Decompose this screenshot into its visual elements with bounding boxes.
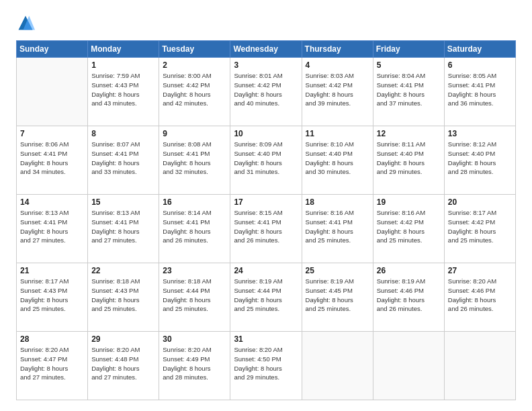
calendar-cell — [302, 332, 373, 400]
logo — [16, 13, 38, 32]
sun-info: Sunrise: 8:00 AMSunset: 4:42 PMDaylight:… — [163, 71, 226, 108]
weekday-header: Thursday — [302, 41, 373, 58]
sun-info: Sunrise: 8:18 AMSunset: 4:44 PMDaylight:… — [163, 277, 226, 314]
calendar-cell — [17, 58, 88, 126]
calendar-cell: 19Sunrise: 8:16 AMSunset: 4:42 PMDayligh… — [373, 195, 444, 263]
day-number: 28 — [20, 334, 84, 344]
calendar-cell: 14Sunrise: 8:13 AMSunset: 4:41 PMDayligh… — [17, 195, 88, 263]
calendar-cell: 29Sunrise: 8:20 AMSunset: 4:48 PMDayligh… — [88, 332, 159, 400]
day-number: 26 — [377, 266, 441, 275]
calendar-cell: 6Sunrise: 8:05 AMSunset: 4:41 PMDaylight… — [444, 58, 515, 126]
sun-info: Sunrise: 8:19 AMSunset: 4:44 PMDaylight:… — [234, 277, 298, 314]
day-number: 11 — [306, 129, 369, 138]
day-number: 13 — [448, 129, 512, 138]
calendar-cell: 12Sunrise: 8:11 AMSunset: 4:40 PMDayligh… — [373, 126, 444, 195]
sun-info: Sunrise: 8:11 AMSunset: 4:40 PMDaylight:… — [377, 140, 441, 177]
calendar-cell: 16Sunrise: 8:14 AMSunset: 4:41 PMDayligh… — [159, 195, 230, 263]
day-number: 14 — [20, 197, 84, 207]
sun-info: Sunrise: 8:19 AMSunset: 4:46 PMDaylight:… — [377, 277, 441, 314]
sun-info: Sunrise: 8:19 AMSunset: 4:45 PMDaylight:… — [306, 277, 369, 314]
sun-info: Sunrise: 8:20 AMSunset: 4:48 PMDaylight:… — [91, 345, 155, 382]
day-number: 30 — [163, 334, 226, 344]
logo-icon — [16, 13, 35, 32]
day-number: 7 — [20, 129, 84, 138]
calendar-cell: 18Sunrise: 8:16 AMSunset: 4:41 PMDayligh… — [302, 195, 373, 263]
sun-info: Sunrise: 8:20 AMSunset: 4:50 PMDaylight:… — [234, 345, 298, 382]
day-number: 15 — [91, 197, 155, 207]
day-number: 20 — [448, 197, 512, 207]
sun-info: Sunrise: 8:14 AMSunset: 4:41 PMDaylight:… — [163, 208, 226, 245]
day-number: 29 — [91, 334, 155, 344]
day-number: 16 — [163, 197, 226, 207]
calendar-cell: 10Sunrise: 8:09 AMSunset: 4:40 PMDayligh… — [230, 126, 302, 195]
calendar-cell: 4Sunrise: 8:03 AMSunset: 4:42 PMDaylight… — [302, 58, 373, 126]
sun-info: Sunrise: 8:20 AMSunset: 4:49 PMDaylight:… — [163, 345, 226, 382]
calendar-week-row: 1Sunrise: 7:59 AMSunset: 4:43 PMDaylight… — [17, 58, 516, 126]
day-number: 31 — [234, 334, 298, 344]
day-number: 9 — [163, 129, 226, 138]
sun-info: Sunrise: 8:17 AMSunset: 4:42 PMDaylight:… — [448, 208, 512, 245]
day-number: 18 — [306, 197, 369, 207]
sun-info: Sunrise: 8:03 AMSunset: 4:42 PMDaylight:… — [306, 71, 369, 108]
sun-info: Sunrise: 8:09 AMSunset: 4:40 PMDaylight:… — [234, 140, 298, 177]
sun-info: Sunrise: 8:05 AMSunset: 4:41 PMDaylight:… — [448, 71, 512, 108]
calendar-cell: 3Sunrise: 8:01 AMSunset: 4:42 PMDaylight… — [230, 58, 302, 126]
calendar-cell: 2Sunrise: 8:00 AMSunset: 4:42 PMDaylight… — [159, 58, 230, 126]
calendar-cell: 8Sunrise: 8:07 AMSunset: 4:41 PMDaylight… — [88, 126, 159, 195]
day-number: 27 — [448, 266, 512, 275]
day-number: 21 — [20, 266, 84, 275]
day-number: 8 — [91, 129, 155, 138]
calendar-cell: 7Sunrise: 8:06 AMSunset: 4:41 PMDaylight… — [17, 126, 88, 195]
sun-info: Sunrise: 8:06 AMSunset: 4:41 PMDaylight:… — [20, 140, 84, 177]
calendar-cell: 27Sunrise: 8:20 AMSunset: 4:46 PMDayligh… — [444, 263, 515, 332]
sun-info: Sunrise: 8:17 AMSunset: 4:43 PMDaylight:… — [20, 277, 84, 314]
day-number: 6 — [448, 60, 512, 70]
calendar-cell: 15Sunrise: 8:13 AMSunset: 4:41 PMDayligh… — [88, 195, 159, 263]
sun-info: Sunrise: 8:20 AMSunset: 4:46 PMDaylight:… — [448, 277, 512, 314]
day-number: 1 — [91, 60, 155, 70]
calendar-cell: 5Sunrise: 8:04 AMSunset: 4:41 PMDaylight… — [373, 58, 444, 126]
calendar-cell: 28Sunrise: 8:20 AMSunset: 4:47 PMDayligh… — [17, 332, 88, 400]
day-number: 19 — [377, 197, 441, 207]
calendar-cell: 20Sunrise: 8:17 AMSunset: 4:42 PMDayligh… — [444, 195, 515, 263]
day-number: 2 — [163, 60, 226, 70]
day-number: 3 — [234, 60, 298, 70]
sun-info: Sunrise: 8:12 AMSunset: 4:40 PMDaylight:… — [448, 140, 512, 177]
sun-info: Sunrise: 8:08 AMSunset: 4:41 PMDaylight:… — [163, 140, 226, 177]
calendar-cell: 25Sunrise: 8:19 AMSunset: 4:45 PMDayligh… — [302, 263, 373, 332]
calendar-cell — [373, 332, 444, 400]
sun-info: Sunrise: 7:59 AMSunset: 4:43 PMDaylight:… — [91, 71, 155, 108]
calendar-table: SundayMondayTuesdayWednesdayThursdayFrid… — [16, 40, 516, 400]
calendar-cell — [444, 332, 515, 400]
day-number: 22 — [91, 266, 155, 275]
day-number: 12 — [377, 129, 441, 138]
day-number: 5 — [377, 60, 441, 70]
calendar-cell: 23Sunrise: 8:18 AMSunset: 4:44 PMDayligh… — [159, 263, 230, 332]
day-number: 23 — [163, 266, 226, 275]
weekday-header: Wednesday — [230, 41, 302, 58]
sun-info: Sunrise: 8:13 AMSunset: 4:41 PMDaylight:… — [20, 208, 84, 245]
sun-info: Sunrise: 8:18 AMSunset: 4:43 PMDaylight:… — [91, 277, 155, 314]
calendar-week-row: 21Sunrise: 8:17 AMSunset: 4:43 PMDayligh… — [17, 263, 516, 332]
calendar-cell: 13Sunrise: 8:12 AMSunset: 4:40 PMDayligh… — [444, 126, 515, 195]
sun-info: Sunrise: 8:20 AMSunset: 4:47 PMDaylight:… — [20, 345, 84, 382]
day-number: 24 — [234, 266, 298, 275]
sun-info: Sunrise: 8:13 AMSunset: 4:41 PMDaylight:… — [91, 208, 155, 245]
calendar-cell: 26Sunrise: 8:19 AMSunset: 4:46 PMDayligh… — [373, 263, 444, 332]
calendar-week-row: 14Sunrise: 8:13 AMSunset: 4:41 PMDayligh… — [17, 195, 516, 263]
weekday-header-row: SundayMondayTuesdayWednesdayThursdayFrid… — [17, 41, 516, 58]
calendar-week-row: 28Sunrise: 8:20 AMSunset: 4:47 PMDayligh… — [17, 332, 516, 400]
calendar-cell: 31Sunrise: 8:20 AMSunset: 4:50 PMDayligh… — [230, 332, 302, 400]
weekday-header: Tuesday — [159, 41, 230, 58]
day-number: 17 — [234, 197, 298, 207]
sun-info: Sunrise: 8:07 AMSunset: 4:41 PMDaylight:… — [91, 140, 155, 177]
calendar-cell: 24Sunrise: 8:19 AMSunset: 4:44 PMDayligh… — [230, 263, 302, 332]
sun-info: Sunrise: 8:10 AMSunset: 4:40 PMDaylight:… — [306, 140, 369, 177]
sun-info: Sunrise: 8:01 AMSunset: 4:42 PMDaylight:… — [234, 71, 298, 108]
weekday-header: Friday — [373, 41, 444, 58]
header — [16, 13, 516, 32]
day-number: 25 — [306, 266, 369, 275]
calendar-cell: 9Sunrise: 8:08 AMSunset: 4:41 PMDaylight… — [159, 126, 230, 195]
weekday-header: Sunday — [17, 41, 88, 58]
weekday-header: Monday — [88, 41, 159, 58]
